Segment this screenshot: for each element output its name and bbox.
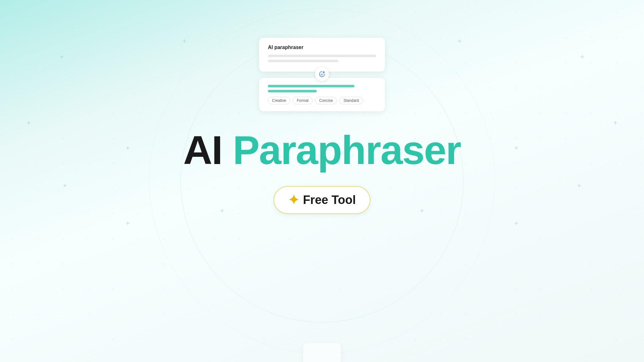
paraphrase-icon: [319, 71, 325, 78]
tag-standard[interactable]: Standard: [339, 97, 363, 104]
bottom-card-1: [303, 343, 341, 362]
main-heading: AI Paraphraser: [183, 130, 461, 170]
input-card: AI paraphraser: [259, 38, 385, 72]
tags-row: Creative Formal Concise Standard: [268, 97, 376, 104]
heading-area: AI Paraphraser: [183, 130, 461, 170]
sparkle-icon: ✦: [288, 192, 299, 208]
heading-ai: AI: [183, 128, 222, 173]
bottom-cards-preview: [303, 343, 341, 362]
input-line-2: [268, 60, 338, 62]
input-line-1: [268, 55, 376, 57]
card-title: AI paraphraser: [268, 45, 376, 50]
transform-icon-wrapper: [259, 67, 385, 81]
ui-preview-wrapper: AI paraphraser Creative Formal Concise: [259, 38, 385, 111]
free-tool-button[interactable]: ✦ Free Tool: [274, 186, 370, 214]
tag-formal[interactable]: Formal: [293, 97, 313, 104]
heading-paraphraser: Paraphraser: [233, 128, 461, 173]
output-line-1: [268, 85, 354, 87]
output-line-2: [268, 90, 317, 92]
output-card: Creative Formal Concise Standard: [259, 78, 385, 111]
tag-creative[interactable]: Creative: [268, 97, 290, 104]
tag-concise[interactable]: Concise: [315, 97, 337, 104]
main-content: AI paraphraser Creative Formal Concise: [0, 0, 644, 362]
free-tool-label: Free Tool: [303, 193, 356, 207]
transform-button[interactable]: [315, 67, 329, 81]
